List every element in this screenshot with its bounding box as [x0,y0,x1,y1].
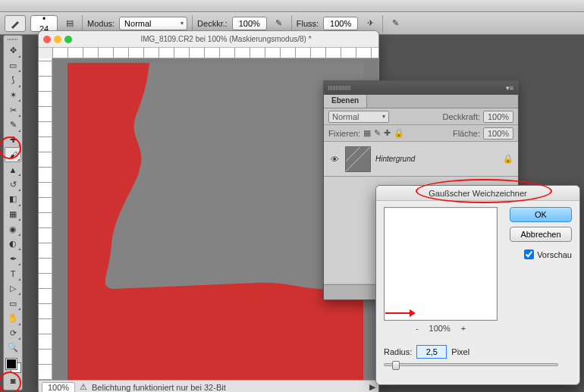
brush-panel-toggle-icon[interactable]: ▤ [62,16,77,31]
chevron-down-icon: ▾ [181,20,184,27]
dodge-tool[interactable]: ◐ [5,237,21,252]
radius-unit: Pixel [451,347,469,356]
visibility-icon[interactable]: 👁 [328,155,341,164]
brush-tool[interactable]: 🖌 [5,147,21,162]
cancel-button[interactable]: Abbrechen [510,227,572,242]
filter-preview[interactable] [384,207,498,321]
deckkraft-label: Deckkraft: [442,112,480,121]
lock-image-icon[interactable]: ✎ [374,128,381,138]
zoom-field[interactable]: 100% [42,382,75,393]
preview-checkbox-row[interactable]: Vorschau [524,249,572,259]
lasso-tool[interactable]: ⟆ [5,73,21,88]
flaeche-label: Fläche: [453,129,480,138]
crop-tool[interactable]: ✂ [5,102,21,118]
layer-thumbnail[interactable] [345,146,371,172]
document-titlebar[interactable]: IMG_8109.CR2 bei 100% (Maskierungsmodus/… [39,31,378,48]
zoom-tool[interactable]: 🔍 [5,340,21,356]
blur-tool[interactable]: ◉ [5,221,21,237]
modus-label: Modus: [87,19,115,28]
marquee-tool[interactable]: ▭ [5,58,21,74]
type-tool[interactable]: T [5,266,21,281]
pressure-size-icon[interactable]: ✎ [388,16,403,31]
canvas[interactable] [68,63,363,380]
airbrush-icon[interactable]: ✈ [363,16,378,31]
chevron-right-icon[interactable]: ▶ [369,382,375,392]
zoom-in-button[interactable]: + [461,324,466,333]
layer-opacity-input[interactable]: 100% [483,111,513,123]
close-icon[interactable] [43,36,51,43]
tool-preset-picker[interactable] [5,15,26,32]
panel-grip[interactable] [5,37,20,42]
minimize-icon[interactable] [54,36,61,43]
lock-icon: 🔒 [503,154,513,164]
blend-row: Normal▾ Deckkraft: 100% [324,108,518,125]
preview-checkbox[interactable] [524,249,534,259]
ok-button[interactable]: OK [510,207,572,222]
eyedropper-tool[interactable]: ✎ [5,118,21,133]
menubar [0,0,584,12]
hand-tool[interactable]: ✋ [5,311,21,326]
zoom-out-button[interactable]: - [416,324,419,333]
lock-row: Fixieren: ▦ ✎ ✚ 🔒 Fläche: 100% [324,125,518,142]
preview-zoom-value: 100% [429,324,451,333]
layer-row[interactable]: 👁 Hintergrund 🔒 [324,142,518,177]
pen-tool[interactable]: ✒ [5,251,21,266]
radius-slider[interactable] [384,363,558,366]
status-text: Belichtung funktioniert nur bei 32-Bit [92,383,226,392]
quick-mask-toggle[interactable]: ◙ [5,373,21,388]
lock-position-icon[interactable]: ✚ [384,128,391,138]
opacity-input[interactable]: 100% [232,17,267,30]
flow-input[interactable]: 100% [323,17,358,30]
panel-header[interactable]: ▾≡ [324,81,518,95]
document-statusbar: 100% ⚠ Belichtung funktioniert nur bei 3… [39,380,378,392]
tab-ebenen[interactable]: Ebenen [324,95,367,108]
ruler-horizontal [52,48,378,58]
move-tool[interactable]: ✥ [5,43,21,58]
brush-preview[interactable]: • 24 [30,15,58,32]
stamp-tool[interactable]: ▲ [5,162,21,177]
document-title: IMG_8109.CR2 bei 100% (Maskierungsmodus/… [78,35,374,43]
fixieren-label: Fixieren: [328,129,360,138]
path-select-tool[interactable]: ▷ [5,281,21,296]
preview-label: Vorschau [537,250,572,259]
history-brush-tool[interactable]: ↺ [5,177,21,192]
brush-icon [10,18,20,29]
healing-tool[interactable]: ✚ [5,133,21,148]
quick-select-tool[interactable]: ✶ [5,88,21,103]
panel-menu-icon[interactable]: ▾≡ [506,84,513,92]
ruler-vertical [39,58,52,380]
radius-label: Radius: [384,347,412,356]
blend-mode-select[interactable]: Normal▾ [119,17,187,30]
fluss-label: Fluss: [297,19,319,28]
slider-thumb[interactable] [392,361,400,370]
lock-transparent-icon[interactable]: ▦ [363,128,371,138]
pressure-opacity-icon[interactable]: ✎ [272,16,287,31]
color-swatches[interactable] [5,357,21,374]
maximize-icon[interactable] [64,36,72,43]
gaussian-blur-dialog: Gaußscher Weichzeichner OK Abbrechen Vor… [375,185,580,385]
shape-tool[interactable]: ▭ [5,296,21,311]
quick-mask-overlay [68,63,363,380]
eraser-tool[interactable]: ◧ [5,192,21,207]
lock-all-icon[interactable]: 🔒 [394,128,404,138]
radius-input[interactable] [416,345,447,359]
gradient-tool[interactable]: ▦ [5,207,21,222]
layer-fill-input[interactable]: 100% [483,127,513,140]
layer-blend-select[interactable]: Normal▾ [328,111,389,123]
layer-name-label[interactable]: Hintergrund [375,155,498,163]
deckkr-label: Deckkr.: [197,19,228,28]
status-warning-icon: ⚠ [80,382,87,392]
tool-panel: ✥ ▭ ⟆ ✶ ✂ ✎ ✚ 🖌 ▲ ↺ ◧ ▦ ◉ ◐ ✒ T ▷ ▭ ✋ ⟳ … [3,35,23,390]
dialog-title: Gaußscher Weichzeichner [376,186,579,201]
fg-color[interactable] [6,359,17,369]
rotate-view-tool[interactable]: ⟳ [5,326,21,341]
